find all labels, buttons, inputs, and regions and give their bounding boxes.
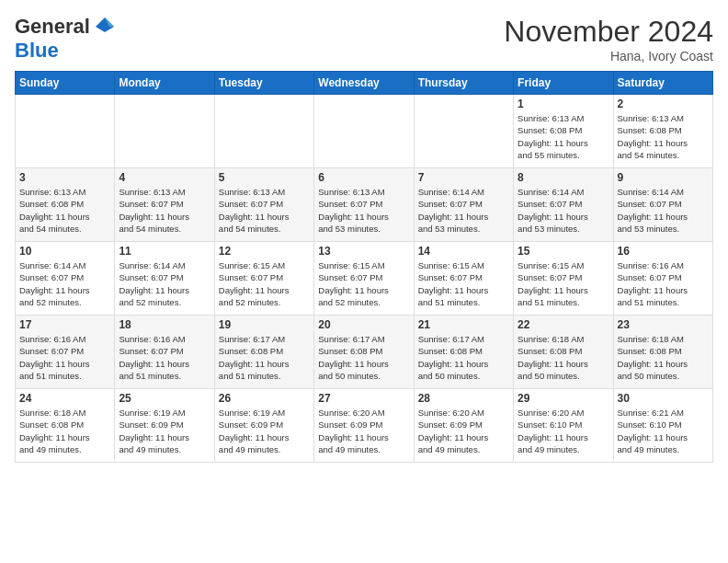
title-area: November 2024 Hana, Ivory Coast [504, 15, 713, 63]
day-info: Sunrise: 6:17 AM Sunset: 6:08 PM Dayligh… [219, 333, 310, 382]
day-number: 8 [518, 171, 609, 184]
calendar-week-row: 1Sunrise: 6:13 AM Sunset: 6:08 PM Daylig… [16, 95, 713, 168]
logo-general-text: General [15, 15, 90, 39]
day-number: 16 [618, 245, 709, 258]
calendar-cell: 7Sunrise: 6:14 AM Sunset: 6:07 PM Daylig… [414, 168, 513, 242]
calendar-cell: 20Sunrise: 6:17 AM Sunset: 6:08 PM Dayli… [314, 316, 414, 389]
day-number: 17 [19, 318, 110, 331]
day-number: 22 [518, 318, 609, 331]
calendar-cell: 10Sunrise: 6:14 AM Sunset: 6:07 PM Dayli… [16, 242, 115, 316]
weekday-header-thursday: Thursday [414, 72, 513, 95]
day-info: Sunrise: 6:16 AM Sunset: 6:07 PM Dayligh… [119, 333, 210, 382]
calendar-cell: 22Sunrise: 6:18 AM Sunset: 6:08 PM Dayli… [514, 316, 613, 389]
day-info: Sunrise: 6:17 AM Sunset: 6:08 PM Dayligh… [418, 333, 509, 382]
calendar-cell: 1Sunrise: 6:13 AM Sunset: 6:08 PM Daylig… [514, 95, 613, 168]
weekday-header-saturday: Saturday [613, 72, 712, 95]
calendar-cell: 23Sunrise: 6:18 AM Sunset: 6:08 PM Dayli… [613, 316, 712, 389]
day-number: 18 [119, 318, 210, 331]
calendar-cell: 9Sunrise: 6:14 AM Sunset: 6:07 PM Daylig… [613, 168, 712, 242]
weekday-header-sunday: Sunday [16, 72, 115, 95]
calendar-cell: 12Sunrise: 6:15 AM Sunset: 6:07 PM Dayli… [214, 242, 313, 316]
day-info: Sunrise: 6:18 AM Sunset: 6:08 PM Dayligh… [618, 333, 709, 382]
day-number: 6 [318, 171, 409, 184]
calendar-cell: 16Sunrise: 6:16 AM Sunset: 6:07 PM Dayli… [613, 242, 712, 316]
calendar-cell [414, 95, 513, 168]
weekday-header-monday: Monday [115, 72, 214, 95]
day-info: Sunrise: 6:20 AM Sunset: 6:09 PM Dayligh… [418, 407, 509, 455]
calendar-cell: 30Sunrise: 6:21 AM Sunset: 6:10 PM Dayli… [613, 389, 712, 463]
calendar-cell: 28Sunrise: 6:20 AM Sunset: 6:09 PM Dayli… [414, 389, 513, 463]
day-info: Sunrise: 6:15 AM Sunset: 6:07 PM Dayligh… [518, 259, 609, 308]
calendar-week-row: 24Sunrise: 6:18 AM Sunset: 6:08 PM Dayli… [16, 389, 713, 463]
day-number: 27 [318, 392, 409, 405]
day-info: Sunrise: 6:18 AM Sunset: 6:08 PM Dayligh… [19, 407, 110, 455]
day-number: 26 [219, 392, 310, 405]
calendar-cell [314, 95, 414, 168]
day-number: 28 [418, 392, 509, 405]
calendar-cell: 5Sunrise: 6:13 AM Sunset: 6:07 PM Daylig… [214, 168, 313, 242]
calendar-cell: 27Sunrise: 6:20 AM Sunset: 6:09 PM Dayli… [314, 389, 414, 463]
logo-icon [94, 16, 116, 38]
calendar-cell: 14Sunrise: 6:15 AM Sunset: 6:07 PM Dayli… [414, 242, 513, 316]
day-number: 12 [219, 245, 310, 258]
day-number: 30 [618, 392, 709, 405]
day-info: Sunrise: 6:16 AM Sunset: 6:07 PM Dayligh… [19, 333, 110, 382]
calendar-cell: 25Sunrise: 6:19 AM Sunset: 6:09 PM Dayli… [115, 389, 214, 463]
day-number: 4 [119, 171, 210, 184]
calendar-cell: 3Sunrise: 6:13 AM Sunset: 6:08 PM Daylig… [16, 168, 115, 242]
day-number: 21 [418, 318, 509, 331]
day-number: 11 [119, 245, 210, 258]
calendar-cell: 18Sunrise: 6:16 AM Sunset: 6:07 PM Dayli… [115, 316, 214, 389]
day-info: Sunrise: 6:15 AM Sunset: 6:07 PM Dayligh… [219, 259, 310, 308]
calendar-cell: 6Sunrise: 6:13 AM Sunset: 6:07 PM Daylig… [314, 168, 414, 242]
day-info: Sunrise: 6:13 AM Sunset: 6:07 PM Dayligh… [119, 186, 210, 235]
day-info: Sunrise: 6:16 AM Sunset: 6:07 PM Dayligh… [618, 259, 709, 308]
calendar-cell: 13Sunrise: 6:15 AM Sunset: 6:07 PM Dayli… [314, 242, 414, 316]
day-info: Sunrise: 6:15 AM Sunset: 6:07 PM Dayligh… [418, 259, 509, 308]
day-number: 13 [318, 245, 409, 258]
day-number: 24 [19, 392, 110, 405]
day-info: Sunrise: 6:14 AM Sunset: 6:07 PM Dayligh… [618, 186, 709, 235]
calendar-cell: 26Sunrise: 6:19 AM Sunset: 6:09 PM Dayli… [214, 389, 313, 463]
day-info: Sunrise: 6:15 AM Sunset: 6:07 PM Dayligh… [318, 259, 409, 308]
page-header: General Blue November 2024 Hana, Ivory C… [15, 15, 713, 63]
day-info: Sunrise: 6:13 AM Sunset: 6:07 PM Dayligh… [219, 186, 310, 235]
day-info: Sunrise: 6:20 AM Sunset: 6:10 PM Dayligh… [518, 407, 609, 455]
day-number: 7 [418, 171, 509, 184]
calendar-cell [16, 95, 115, 168]
day-number: 25 [119, 392, 210, 405]
day-number: 14 [418, 245, 509, 258]
day-info: Sunrise: 6:13 AM Sunset: 6:08 PM Dayligh… [518, 112, 609, 161]
calendar-cell: 17Sunrise: 6:16 AM Sunset: 6:07 PM Dayli… [16, 316, 115, 389]
day-number: 9 [618, 171, 709, 184]
calendar-cell: 19Sunrise: 6:17 AM Sunset: 6:08 PM Dayli… [214, 316, 313, 389]
calendar-cell: 4Sunrise: 6:13 AM Sunset: 6:07 PM Daylig… [115, 168, 214, 242]
weekday-header-wednesday: Wednesday [314, 72, 414, 95]
day-info: Sunrise: 6:18 AM Sunset: 6:08 PM Dayligh… [518, 333, 609, 382]
logo: General Blue [15, 15, 116, 63]
location-label: Hana, Ivory Coast [504, 49, 713, 63]
day-number: 5 [219, 171, 310, 184]
day-info: Sunrise: 6:14 AM Sunset: 6:07 PM Dayligh… [19, 259, 110, 308]
calendar-week-row: 3Sunrise: 6:13 AM Sunset: 6:08 PM Daylig… [16, 168, 713, 242]
calendar-cell: 15Sunrise: 6:15 AM Sunset: 6:07 PM Dayli… [514, 242, 613, 316]
calendar-table: SundayMondayTuesdayWednesdayThursdayFrid… [15, 71, 713, 463]
day-info: Sunrise: 6:13 AM Sunset: 6:08 PM Dayligh… [19, 186, 110, 235]
calendar-cell: 8Sunrise: 6:14 AM Sunset: 6:07 PM Daylig… [514, 168, 613, 242]
calendar-cell: 2Sunrise: 6:13 AM Sunset: 6:08 PM Daylig… [613, 95, 712, 168]
day-info: Sunrise: 6:19 AM Sunset: 6:09 PM Dayligh… [119, 407, 210, 455]
day-info: Sunrise: 6:19 AM Sunset: 6:09 PM Dayligh… [219, 407, 310, 455]
day-number: 2 [618, 98, 709, 110]
calendar-week-row: 17Sunrise: 6:16 AM Sunset: 6:07 PM Dayli… [16, 316, 713, 389]
day-number: 29 [518, 392, 609, 405]
day-info: Sunrise: 6:13 AM Sunset: 6:08 PM Dayligh… [618, 112, 709, 161]
day-number: 23 [618, 318, 709, 331]
weekday-header-row: SundayMondayTuesdayWednesdayThursdayFrid… [16, 72, 713, 95]
calendar-cell: 11Sunrise: 6:14 AM Sunset: 6:07 PM Dayli… [115, 242, 214, 316]
day-info: Sunrise: 6:21 AM Sunset: 6:10 PM Dayligh… [618, 407, 709, 455]
logo-blue-text: Blue [15, 39, 59, 63]
day-number: 15 [518, 245, 609, 258]
day-info: Sunrise: 6:14 AM Sunset: 6:07 PM Dayligh… [518, 186, 609, 235]
month-title: November 2024 [504, 15, 713, 49]
calendar-week-row: 10Sunrise: 6:14 AM Sunset: 6:07 PM Dayli… [16, 242, 713, 316]
